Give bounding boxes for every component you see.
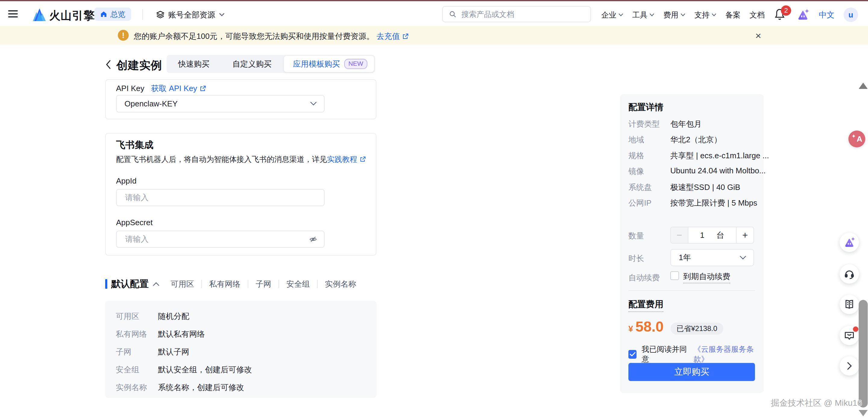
balance-warning-banner [0, 26, 868, 44]
customer-service-fab[interactable] [840, 264, 859, 283]
book-icon [844, 299, 855, 310]
anchor-vpc[interactable]: 私有网络 [209, 279, 241, 289]
auto-renew-checkbox-label[interactable]: 到期自动续费 [683, 271, 730, 283]
scrollbar-thumb[interactable] [859, 300, 868, 408]
auto-renew-checkbox[interactable] [670, 271, 679, 280]
collapse-toolbar-fab[interactable] [840, 356, 859, 376]
config-row: 私有网络默认私有网络 [116, 329, 205, 339]
global-search[interactable] [442, 6, 591, 22]
appsecret-field[interactable] [116, 231, 324, 248]
nav-item-support[interactable]: 支持 [694, 10, 716, 20]
external-link-icon [199, 85, 207, 92]
nav-right-menu: 企业 工具 费用 支持 备案 文档 2 [601, 2, 862, 27]
volcano-engine-console: 火山引擎 总览 账号全部资源 [0, 0, 868, 419]
get-api-key-link[interactable]: 获取 API Key [151, 83, 207, 94]
feedback-fab[interactable] [840, 326, 859, 345]
appsecret-label: AppSecret [116, 218, 153, 227]
fee-title: 配置费用 [628, 298, 663, 312]
default-config-panel: 可用区随机分配 私有网络默认私有网络 子网默认子网 安全组默认安全组，创建后可修… [105, 301, 376, 398]
mascot-icon [843, 236, 856, 249]
quantity-minus-button[interactable]: − [671, 227, 688, 243]
duration-label: 时长 [628, 253, 670, 264]
price: ¥ 58.0 [628, 318, 664, 335]
user-avatar[interactable]: u [844, 7, 858, 22]
quantity-value[interactable]: 1 [700, 231, 704, 240]
documentation-fab[interactable] [840, 295, 859, 314]
tab-custom-purchase[interactable]: 自定义购买 [221, 55, 283, 73]
buy-now-button[interactable]: 立即购买 [628, 363, 755, 381]
default-config-title[interactable]: 默认配置 [111, 278, 159, 290]
scrollbar-down-arrow[interactable] [859, 410, 868, 416]
warning-icon: ! [118, 30, 129, 41]
translate-letter: A [857, 134, 862, 144]
ai-assistant-fab[interactable] [840, 233, 859, 252]
notification-bell[interactable]: 2 [774, 8, 787, 22]
check-icon [629, 352, 636, 357]
purchase-mode-tabs: 快速购买 自定义购买 应用模板购买 NEW [167, 55, 375, 73]
summary-row: 地域华北2（北京） [628, 134, 721, 145]
appid-field[interactable] [116, 189, 324, 206]
feishu-title: 飞书集成 [116, 139, 153, 151]
agreement-row: 我已阅读并同意《云服务器服务条款》 [628, 344, 764, 364]
nav-item-docs[interactable]: 文档 [749, 10, 765, 20]
page-title: 创建实例 [116, 58, 162, 73]
anchor-subnet[interactable]: 子网 [255, 279, 271, 289]
translate-fab[interactable]: ✦ A [848, 130, 865, 147]
nav-item-billing[interactable]: 费用 [663, 10, 685, 20]
recharge-link[interactable]: 去充值 [376, 31, 409, 41]
appsecret-input[interactable] [124, 234, 309, 244]
volcano-logo-icon[interactable] [32, 7, 47, 22]
summary-title: 配置详情 [628, 101, 663, 113]
headset-icon [844, 268, 855, 280]
default-config-header: 默认配置 [105, 278, 159, 290]
search-input[interactable] [461, 10, 577, 19]
scrollbar-up-arrow[interactable] [859, 83, 868, 89]
default-config-anchors: 可用区 私有网络 子网 安全组 实例名称 [170, 278, 356, 290]
banner-text: 您的账户余额不足100元，可能导致您无法购买和使用按量付费资源。 去充值 [134, 31, 409, 41]
quantity-label: 数量 [628, 231, 670, 241]
anchor-instance-name[interactable]: 实例名称 [325, 279, 356, 289]
tab-quick-purchase[interactable]: 快速购买 [167, 55, 221, 73]
terms-link[interactable]: 《云服务器服务条款》 [693, 344, 764, 364]
language-switcher[interactable]: 中文 [819, 10, 835, 20]
quantity-plus-button[interactable]: + [736, 227, 753, 243]
currency-symbol: ¥ [628, 324, 633, 334]
config-row: 子网默认子网 [116, 347, 189, 357]
agreement-checkbox[interactable] [628, 350, 637, 359]
tab-template-purchase[interactable]: 应用模板购买 NEW [284, 56, 374, 72]
summary-row: 镜像Ubuntu 24.04 with Moltbo... [628, 166, 766, 177]
chevron-down-icon [310, 101, 317, 106]
summary-row: 计费类型包年包月 [628, 119, 702, 129]
nav-item-enterprise[interactable]: 企业 [601, 10, 623, 20]
watermark: 掘金技术社区 @ Miku16 [672, 397, 862, 409]
eye-off-icon[interactable] [309, 235, 317, 244]
anchor-security-group[interactable]: 安全组 [286, 279, 310, 289]
overview-button[interactable]: 总览 [94, 7, 131, 21]
sparkle-icon: ✦ [851, 133, 856, 140]
nav-item-icp[interactable]: 备案 [725, 10, 741, 20]
tutorial-link[interactable]: 实践教程 [327, 154, 366, 164]
price-amount: 58.0 [636, 318, 664, 335]
hamburger-menu-icon[interactable] [8, 10, 18, 18]
section-accent-bar [105, 279, 107, 289]
chevron-down-icon [219, 13, 225, 17]
external-link-icon [359, 156, 366, 163]
anchor-availability-zone[interactable]: 可用区 [170, 279, 194, 289]
banner-close-icon[interactable]: × [752, 30, 764, 41]
top-navbar: 火山引擎 总览 账号全部资源 [0, 1, 868, 26]
quantity-unit: 台 [716, 230, 724, 241]
api-key-select[interactable]: Openclaw-KEY [116, 95, 324, 113]
search-icon [449, 10, 457, 18]
notification-count-badge: 2 [781, 5, 791, 16]
ai-assistant-mascot-icon[interactable] [796, 8, 810, 22]
appid-input[interactable] [124, 192, 317, 203]
api-key-label: API Key [116, 84, 144, 93]
feedback-mail-icon [844, 330, 855, 341]
savings-badge: 已省¥2138.0 [671, 323, 723, 335]
duration-select[interactable]: 1年 [670, 249, 754, 266]
home-icon [100, 10, 107, 18]
resource-scope-dropdown[interactable]: 账号全部资源 [156, 2, 225, 27]
nav-item-tools[interactable]: 工具 [632, 10, 654, 20]
back-button[interactable] [105, 59, 112, 70]
feishu-description: 配置飞书机器人后，将自动为智能体接入飞书的消息渠道，详见实践教程 [116, 154, 366, 164]
